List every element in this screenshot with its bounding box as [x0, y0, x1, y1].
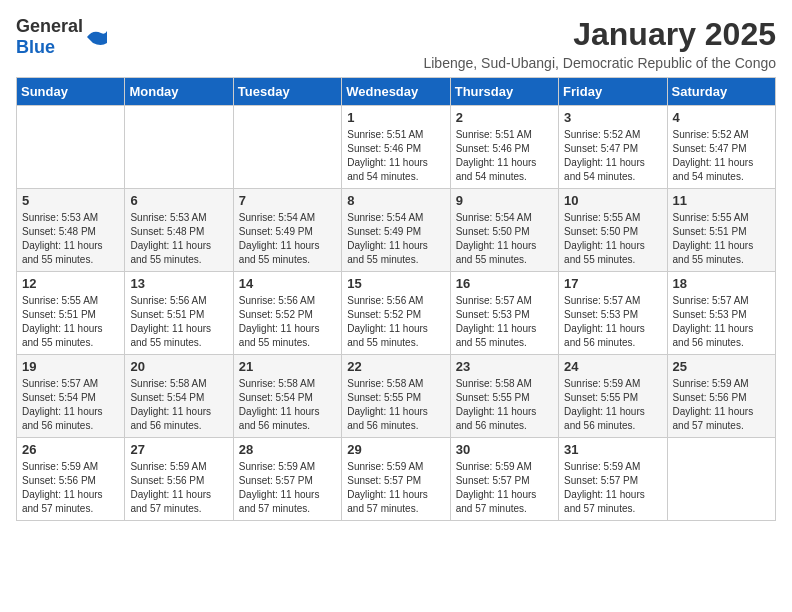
day-cell: 13Sunrise: 5:56 AM Sunset: 5:51 PM Dayli… [125, 272, 233, 355]
header-sunday: Sunday [17, 78, 125, 106]
day-number: 12 [22, 276, 119, 291]
day-number: 18 [673, 276, 770, 291]
day-number: 29 [347, 442, 444, 457]
day-number: 26 [22, 442, 119, 457]
day-cell: 29Sunrise: 5:59 AM Sunset: 5:57 PM Dayli… [342, 438, 450, 521]
week-row-2: 5Sunrise: 5:53 AM Sunset: 5:48 PM Daylig… [17, 189, 776, 272]
day-cell: 23Sunrise: 5:58 AM Sunset: 5:55 PM Dayli… [450, 355, 558, 438]
day-number: 24 [564, 359, 661, 374]
day-number: 13 [130, 276, 227, 291]
calendar-title: January 2025 [423, 16, 776, 53]
day-info: Sunrise: 5:58 AM Sunset: 5:55 PM Dayligh… [347, 377, 444, 433]
day-cell: 10Sunrise: 5:55 AM Sunset: 5:50 PM Dayli… [559, 189, 667, 272]
day-cell: 6Sunrise: 5:53 AM Sunset: 5:48 PM Daylig… [125, 189, 233, 272]
week-row-3: 12Sunrise: 5:55 AM Sunset: 5:51 PM Dayli… [17, 272, 776, 355]
logo-icon [85, 25, 109, 49]
header-thursday: Thursday [450, 78, 558, 106]
day-cell: 1Sunrise: 5:51 AM Sunset: 5:46 PM Daylig… [342, 106, 450, 189]
day-cell: 2Sunrise: 5:51 AM Sunset: 5:46 PM Daylig… [450, 106, 558, 189]
day-info: Sunrise: 5:54 AM Sunset: 5:49 PM Dayligh… [347, 211, 444, 267]
calendar-subtitle: Libenge, Sud-Ubangi, Democratic Republic… [423, 55, 776, 71]
day-number: 21 [239, 359, 336, 374]
logo: General Blue [16, 16, 109, 58]
day-number: 31 [564, 442, 661, 457]
day-number: 20 [130, 359, 227, 374]
day-cell [17, 106, 125, 189]
day-info: Sunrise: 5:58 AM Sunset: 5:54 PM Dayligh… [130, 377, 227, 433]
day-info: Sunrise: 5:55 AM Sunset: 5:51 PM Dayligh… [22, 294, 119, 350]
week-row-5: 26Sunrise: 5:59 AM Sunset: 5:56 PM Dayli… [17, 438, 776, 521]
day-info: Sunrise: 5:59 AM Sunset: 5:57 PM Dayligh… [564, 460, 661, 516]
day-info: Sunrise: 5:55 AM Sunset: 5:50 PM Dayligh… [564, 211, 661, 267]
day-cell: 25Sunrise: 5:59 AM Sunset: 5:56 PM Dayli… [667, 355, 775, 438]
day-number: 27 [130, 442, 227, 457]
logo-general: General [16, 16, 83, 36]
week-row-1: 1Sunrise: 5:51 AM Sunset: 5:46 PM Daylig… [17, 106, 776, 189]
day-cell: 20Sunrise: 5:58 AM Sunset: 5:54 PM Dayli… [125, 355, 233, 438]
day-cell: 27Sunrise: 5:59 AM Sunset: 5:56 PM Dayli… [125, 438, 233, 521]
logo-blue: Blue [16, 37, 55, 57]
day-info: Sunrise: 5:57 AM Sunset: 5:53 PM Dayligh… [456, 294, 553, 350]
day-info: Sunrise: 5:59 AM Sunset: 5:57 PM Dayligh… [456, 460, 553, 516]
day-info: Sunrise: 5:55 AM Sunset: 5:51 PM Dayligh… [673, 211, 770, 267]
day-number: 4 [673, 110, 770, 125]
day-info: Sunrise: 5:59 AM Sunset: 5:56 PM Dayligh… [22, 460, 119, 516]
day-info: Sunrise: 5:54 AM Sunset: 5:49 PM Dayligh… [239, 211, 336, 267]
day-number: 17 [564, 276, 661, 291]
day-number: 14 [239, 276, 336, 291]
day-number: 23 [456, 359, 553, 374]
day-number: 22 [347, 359, 444, 374]
day-cell: 18Sunrise: 5:57 AM Sunset: 5:53 PM Dayli… [667, 272, 775, 355]
day-info: Sunrise: 5:59 AM Sunset: 5:55 PM Dayligh… [564, 377, 661, 433]
day-info: Sunrise: 5:56 AM Sunset: 5:52 PM Dayligh… [347, 294, 444, 350]
day-info: Sunrise: 5:58 AM Sunset: 5:55 PM Dayligh… [456, 377, 553, 433]
header-saturday: Saturday [667, 78, 775, 106]
day-number: 9 [456, 193, 553, 208]
header-tuesday: Tuesday [233, 78, 341, 106]
header-wednesday: Wednesday [342, 78, 450, 106]
day-info: Sunrise: 5:57 AM Sunset: 5:54 PM Dayligh… [22, 377, 119, 433]
day-cell: 11Sunrise: 5:55 AM Sunset: 5:51 PM Dayli… [667, 189, 775, 272]
day-number: 2 [456, 110, 553, 125]
day-cell [233, 106, 341, 189]
day-number: 3 [564, 110, 661, 125]
day-info: Sunrise: 5:54 AM Sunset: 5:50 PM Dayligh… [456, 211, 553, 267]
title-area: January 2025 Libenge, Sud-Ubangi, Democr… [423, 16, 776, 71]
day-number: 30 [456, 442, 553, 457]
day-number: 8 [347, 193, 444, 208]
header-row: SundayMondayTuesdayWednesdayThursdayFrid… [17, 78, 776, 106]
day-number: 16 [456, 276, 553, 291]
day-cell: 22Sunrise: 5:58 AM Sunset: 5:55 PM Dayli… [342, 355, 450, 438]
day-info: Sunrise: 5:56 AM Sunset: 5:52 PM Dayligh… [239, 294, 336, 350]
day-info: Sunrise: 5:52 AM Sunset: 5:47 PM Dayligh… [564, 128, 661, 184]
day-cell: 26Sunrise: 5:59 AM Sunset: 5:56 PM Dayli… [17, 438, 125, 521]
week-row-4: 19Sunrise: 5:57 AM Sunset: 5:54 PM Dayli… [17, 355, 776, 438]
day-cell: 8Sunrise: 5:54 AM Sunset: 5:49 PM Daylig… [342, 189, 450, 272]
day-cell: 16Sunrise: 5:57 AM Sunset: 5:53 PM Dayli… [450, 272, 558, 355]
day-info: Sunrise: 5:53 AM Sunset: 5:48 PM Dayligh… [22, 211, 119, 267]
day-number: 6 [130, 193, 227, 208]
logo-text: General Blue [16, 16, 83, 58]
day-cell: 14Sunrise: 5:56 AM Sunset: 5:52 PM Dayli… [233, 272, 341, 355]
day-info: Sunrise: 5:57 AM Sunset: 5:53 PM Dayligh… [564, 294, 661, 350]
day-cell: 21Sunrise: 5:58 AM Sunset: 5:54 PM Dayli… [233, 355, 341, 438]
day-number: 19 [22, 359, 119, 374]
day-cell: 28Sunrise: 5:59 AM Sunset: 5:57 PM Dayli… [233, 438, 341, 521]
day-info: Sunrise: 5:59 AM Sunset: 5:56 PM Dayligh… [130, 460, 227, 516]
day-number: 7 [239, 193, 336, 208]
day-info: Sunrise: 5:59 AM Sunset: 5:57 PM Dayligh… [347, 460, 444, 516]
day-info: Sunrise: 5:58 AM Sunset: 5:54 PM Dayligh… [239, 377, 336, 433]
day-info: Sunrise: 5:56 AM Sunset: 5:51 PM Dayligh… [130, 294, 227, 350]
day-number: 15 [347, 276, 444, 291]
day-cell: 12Sunrise: 5:55 AM Sunset: 5:51 PM Dayli… [17, 272, 125, 355]
day-info: Sunrise: 5:51 AM Sunset: 5:46 PM Dayligh… [347, 128, 444, 184]
day-number: 28 [239, 442, 336, 457]
day-number: 11 [673, 193, 770, 208]
day-number: 25 [673, 359, 770, 374]
day-cell: 17Sunrise: 5:57 AM Sunset: 5:53 PM Dayli… [559, 272, 667, 355]
day-info: Sunrise: 5:59 AM Sunset: 5:56 PM Dayligh… [673, 377, 770, 433]
day-cell: 3Sunrise: 5:52 AM Sunset: 5:47 PM Daylig… [559, 106, 667, 189]
header-monday: Monday [125, 78, 233, 106]
day-info: Sunrise: 5:53 AM Sunset: 5:48 PM Dayligh… [130, 211, 227, 267]
day-number: 1 [347, 110, 444, 125]
